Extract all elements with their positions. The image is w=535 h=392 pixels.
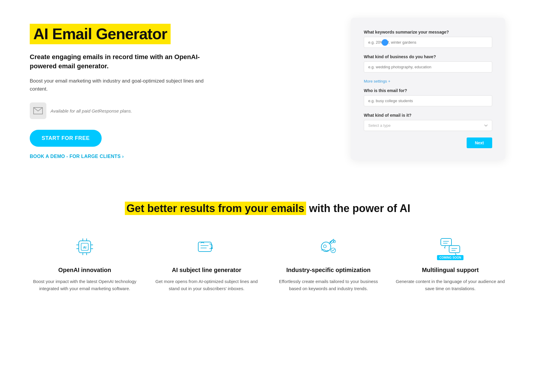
more-settings-link[interactable]: More settings + bbox=[364, 79, 492, 83]
form-preview-card: What keywords summarize your message? Wh… bbox=[351, 18, 505, 160]
email-type-label: What kind of email is it? bbox=[364, 113, 492, 118]
email-type-group: What kind of email is it? Select a type bbox=[364, 113, 492, 131]
heading-rest: with the power of AI bbox=[306, 202, 410, 214]
email-icon bbox=[30, 102, 46, 119]
audience-input[interactable] bbox=[364, 95, 492, 106]
feature-multilingual-desc: Generate content in the language of your… bbox=[395, 278, 505, 292]
svg-point-14 bbox=[211, 247, 213, 249]
keywords-label: What keywords summarize your message? bbox=[364, 30, 492, 34]
keywords-group: What keywords summarize your message? bbox=[364, 30, 492, 48]
audience-label: Who is this email for? bbox=[364, 88, 492, 93]
book-demo-link[interactable]: BOOK A DEMO - FOR LARGE CLIENTS › bbox=[30, 154, 208, 159]
svg-rect-22 bbox=[449, 246, 460, 253]
keywords-input-wrapper bbox=[364, 37, 492, 48]
feature-optimization: Industry-specific optimization Effortles… bbox=[273, 233, 383, 292]
hero-description: Boost your email marketing with industry… bbox=[30, 77, 208, 93]
multilingual-icon: COMING SOON bbox=[435, 233, 465, 260]
bottom-section: Get better results from your emails with… bbox=[0, 184, 535, 316]
hero-right: What keywords summarize your message? Wh… bbox=[351, 18, 505, 160]
svg-rect-19 bbox=[441, 238, 451, 246]
hero-subtitle: Create engaging emails in record time wi… bbox=[30, 53, 208, 71]
business-label: What kind of business do you have? bbox=[364, 54, 492, 59]
feature-multilingual: COMING SOON Multilingual support Generat… bbox=[395, 233, 505, 292]
svg-text:AI: AI bbox=[83, 245, 86, 249]
hero-badge: Available for all paid GetResponse plans… bbox=[30, 102, 208, 119]
feature-optimization-desc: Effortlessly create emails tailored to y… bbox=[273, 278, 383, 292]
business-group: What kind of business do you have? bbox=[364, 54, 492, 72]
hero-title: AI Email Generator bbox=[33, 26, 167, 42]
optimization-icon bbox=[314, 233, 343, 260]
svg-point-16 bbox=[323, 245, 326, 248]
ai-chip-icon: AI bbox=[70, 233, 100, 260]
feature-subject-line: AI subject line generator Get more opens… bbox=[152, 233, 262, 292]
feature-openai-desc: Boost your impact with the latest OpenAI… bbox=[30, 278, 140, 292]
bottom-heading: Get better results from your emails with… bbox=[30, 202, 505, 216]
feature-subject-desc: Get more opens from AI-optimized subject… bbox=[152, 278, 262, 292]
feature-openai-title: OpenAI innovation bbox=[58, 266, 111, 274]
badge-text: Available for all paid GetResponse plans… bbox=[51, 108, 132, 113]
blue-dot-decoration bbox=[382, 39, 388, 46]
heading-highlight: Get better results from your emails bbox=[125, 202, 306, 215]
next-button[interactable]: Next bbox=[467, 137, 492, 148]
start-free-button[interactable]: START FOR FREE bbox=[30, 130, 102, 147]
hero-section: AI Email Generator Create engaging email… bbox=[0, 0, 535, 184]
audience-group: Who is this email for? bbox=[364, 88, 492, 106]
hero-title-wrapper: AI Email Generator bbox=[30, 24, 171, 44]
business-input[interactable] bbox=[364, 61, 492, 72]
features-grid: AI OpenAI innovation Boost your impact w… bbox=[30, 233, 505, 292]
feature-optimization-title: Industry-specific optimization bbox=[286, 266, 370, 274]
feature-openai: AI OpenAI innovation Boost your impact w… bbox=[30, 233, 140, 292]
svg-rect-11 bbox=[198, 242, 211, 252]
feature-multilingual-title: Multilingual support bbox=[422, 266, 479, 274]
hero-left: AI Email Generator Create engaging email… bbox=[30, 18, 208, 159]
feature-subject-title: AI subject line generator bbox=[172, 266, 241, 274]
subject-line-icon bbox=[192, 233, 221, 260]
email-type-select[interactable]: Select a type bbox=[364, 120, 492, 131]
coming-soon-badge: COMING SOON bbox=[437, 255, 463, 260]
